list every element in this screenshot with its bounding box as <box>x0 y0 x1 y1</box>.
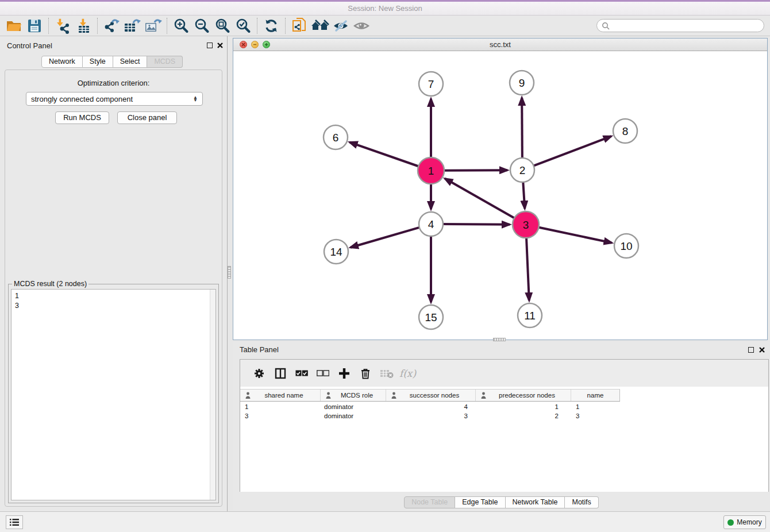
graph-node-label-3: 3 <box>523 219 529 231</box>
plus-icon <box>338 368 350 379</box>
tab-motifs[interactable]: Motifs <box>565 496 598 508</box>
optimization-criterion-select[interactable]: strongly connected component ▲▼ <box>26 92 203 106</box>
table-settings-button[interactable] <box>248 365 270 382</box>
hide-graphics-details-button[interactable] <box>330 17 351 34</box>
close-panel-button[interactable]: Close panel <box>117 111 177 124</box>
unselect-all-columns-button[interactable] <box>312 365 333 382</box>
zoom-fit-button[interactable] <box>212 17 233 34</box>
show-column-button[interactable] <box>270 365 291 382</box>
control-panel-title: Control Panel <box>7 41 52 50</box>
graph-node-label-2: 2 <box>519 164 526 176</box>
table-panel-inner: f(x) shared name MCDS role <box>240 359 769 492</box>
graph-edge-4-3[interactable] <box>442 224 510 225</box>
copy-network-document-icon <box>291 17 308 34</box>
table-row[interactable]: 1 dominator 4 1 1 <box>240 402 620 411</box>
hierarchy-icon <box>325 392 332 399</box>
column-label: predecessor nodes <box>490 392 571 399</box>
export-network-icon <box>103 18 120 34</box>
tab-edge-table[interactable]: Edge Table <box>455 496 505 508</box>
zoom-selected-button[interactable] <box>233 17 253 34</box>
export-image-button[interactable] <box>143 17 163 34</box>
tab-select[interactable]: Select <box>113 56 148 68</box>
column-header-mcds-role[interactable]: MCDS role <box>321 390 386 401</box>
graph-edge-2-3[interactable] <box>523 182 525 209</box>
memory-button[interactable]: Memory <box>723 515 766 529</box>
tab-network-table[interactable]: Network Table <box>506 496 565 508</box>
cell-successor-nodes: 3 <box>386 413 476 419</box>
mcds-panel: Optimization criterion: strongly connect… <box>5 70 222 507</box>
memory-label: Memory <box>737 518 761 526</box>
cell-successor-nodes: 4 <box>386 403 476 410</box>
graph-node-label-7: 7 <box>428 78 434 90</box>
network-canvas-svg: 7968124314101511 <box>233 51 767 340</box>
zoom-in-button[interactable] <box>171 17 191 34</box>
float-table-panel-icon[interactable] <box>748 347 754 353</box>
column-label: successor nodes <box>401 392 475 399</box>
graph-node-label-11: 11 <box>524 310 536 322</box>
show-all-networks-button[interactable] <box>310 17 330 34</box>
tab-network[interactable]: Network <box>41 56 83 68</box>
toolbar-search[interactable] <box>596 19 764 32</box>
function-builder-button[interactable]: f(x) <box>397 365 418 382</box>
export-network-button[interactable] <box>101 17 122 34</box>
network-canvas[interactable]: 7968124314101511 <box>233 51 767 340</box>
graph-edge-1-2[interactable] <box>444 170 507 171</box>
horizontal-splitter-grip[interactable] <box>493 338 506 341</box>
create-column-button[interactable] <box>333 365 355 382</box>
select-all-columns-button[interactable] <box>291 365 312 382</box>
graph-edge-3-10[interactable] <box>538 228 612 243</box>
tab-style[interactable]: Style <box>83 56 113 68</box>
column-label: name <box>571 392 619 399</box>
graph-edge-3-1[interactable] <box>445 179 515 218</box>
column-header-predecessor-nodes[interactable]: predecessor nodes <box>476 390 571 401</box>
refresh-button[interactable] <box>261 17 282 34</box>
graph-edge-4-14[interactable] <box>351 228 420 248</box>
graph-edge-3-11[interactable] <box>526 237 529 300</box>
delete-column-button[interactable] <box>355 365 376 382</box>
float-panel-icon[interactable] <box>207 43 213 48</box>
export-table-button[interactable] <box>122 17 143 34</box>
column-header-name[interactable]: name <box>571 390 620 401</box>
graph-edge-1-6[interactable] <box>350 142 419 167</box>
network-window: scc.txt 7968124314101511 <box>233 38 768 340</box>
mcds-result-box[interactable]: 1 3 <box>11 289 216 500</box>
zoom-out-button[interactable] <box>191 17 212 34</box>
cell-predecessor-nodes: 2 <box>476 413 571 419</box>
eye-icon <box>353 19 370 33</box>
open-session-button[interactable] <box>3 17 24 34</box>
tab-mcds[interactable]: MCDS <box>147 56 183 68</box>
search-input[interactable] <box>610 21 764 31</box>
toolbar-separator <box>97 18 98 34</box>
cell-predecessor-nodes: 1 <box>476 403 571 410</box>
tab-node-table[interactable]: Node Table <box>404 496 455 508</box>
graph-edge-2-9[interactable] <box>522 98 522 159</box>
graph-edge-2-8[interactable] <box>533 136 611 166</box>
cell-mcds-role: dominator <box>321 403 386 410</box>
duplicate-network-button[interactable] <box>289 17 310 34</box>
table-row[interactable]: 3 dominator 3 2 3 <box>240 411 620 421</box>
delete-table-icon <box>380 368 394 379</box>
control-panel-header: Control Panel <box>0 40 227 52</box>
select-stepper-icon: ▲▼ <box>193 96 198 102</box>
delete-table-button[interactable] <box>376 365 397 382</box>
column-header-shared-name[interactable]: shared name <box>240 390 321 401</box>
close-table-panel-icon[interactable] <box>759 346 765 353</box>
network-window-titlebar[interactable]: scc.txt <box>233 38 767 51</box>
show-graphics-details-button[interactable] <box>351 17 372 34</box>
session-titlebar: Session: New Session <box>0 0 770 16</box>
task-list-icon <box>10 518 19 526</box>
task-history-button[interactable] <box>6 515 23 529</box>
refresh-icon <box>263 18 279 34</box>
toolbar-separator <box>48 18 49 34</box>
export-table-icon <box>123 18 141 34</box>
run-mcds-button[interactable]: Run MCDS <box>55 111 109 124</box>
import-network-button[interactable] <box>52 17 73 34</box>
column-header-successor-nodes[interactable]: successor nodes <box>386 390 476 401</box>
close-panel-icon[interactable] <box>217 42 224 49</box>
vertical-splitter-grip[interactable] <box>228 266 231 279</box>
save-session-button[interactable] <box>24 17 45 34</box>
main-toolbar <box>0 16 770 36</box>
import-table-button[interactable] <box>73 17 94 34</box>
graph-node-label-8: 8 <box>622 125 629 137</box>
result-scrollbar[interactable] <box>210 290 215 500</box>
